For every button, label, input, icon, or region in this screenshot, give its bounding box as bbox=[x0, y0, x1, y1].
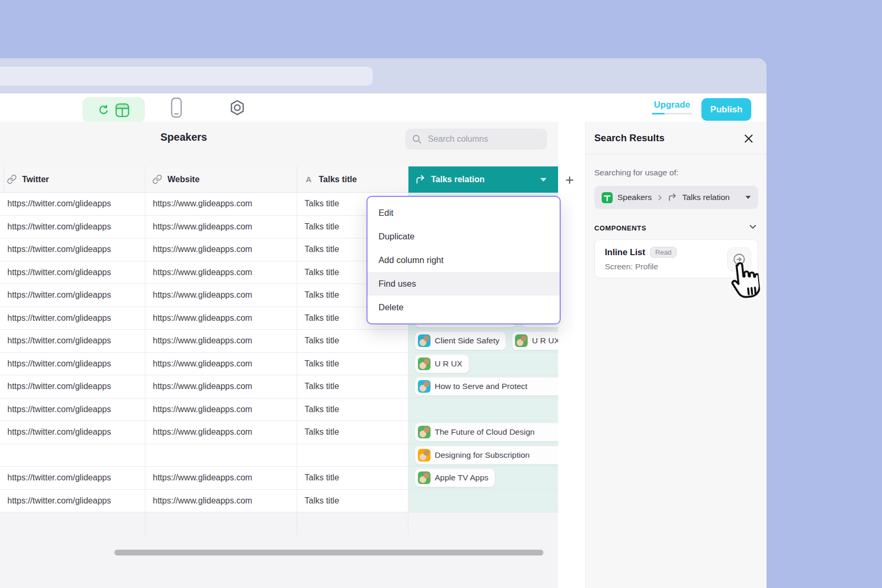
cell-talks_title[interactable] bbox=[297, 444, 408, 467]
close-icon[interactable] bbox=[742, 132, 755, 145]
cell-talks_title[interactable]: Talks title bbox=[297, 398, 408, 422]
table-row: https://twitter.com/glideappshttps://www… bbox=[0, 330, 558, 353]
relation-chip[interactable]: The Future of Cloud Design bbox=[415, 423, 558, 442]
cell-talks_title[interactable]: Talks title bbox=[297, 375, 408, 398]
data-grid-tab[interactable] bbox=[82, 97, 145, 123]
horizontal-scrollbar[interactable] bbox=[114, 550, 543, 555]
cell-talks_title[interactable] bbox=[297, 512, 408, 536]
talk-avatar bbox=[515, 334, 528, 347]
cell-talks-relation[interactable] bbox=[408, 398, 558, 422]
relation-chip[interactable]: Client Side Safety bbox=[415, 331, 506, 350]
cell-talks_title[interactable]: Talks title bbox=[297, 353, 408, 376]
component-name: Inline List bbox=[605, 247, 645, 257]
column-header-talks-relation[interactable]: Talks relation bbox=[408, 166, 558, 193]
relation-chip[interactable]: How to Serve and Protect bbox=[415, 377, 558, 396]
menu-item-edit[interactable]: Edit bbox=[368, 201, 560, 225]
cell-website[interactable] bbox=[145, 444, 297, 467]
cell-twitter[interactable]: https://twitter.com/glideapps bbox=[0, 398, 145, 422]
menu-item-duplicate[interactable]: Duplicate bbox=[368, 225, 560, 248]
cell-twitter[interactable]: https://twitter.com/glideapps bbox=[0, 421, 145, 444]
cell-twitter[interactable] bbox=[0, 444, 145, 467]
publish-button[interactable]: Publish bbox=[701, 98, 751, 121]
phone-icon bbox=[170, 97, 183, 118]
settings-tab[interactable] bbox=[223, 93, 251, 122]
cell-twitter[interactable]: https://twitter.com/glideapps bbox=[0, 238, 145, 261]
cell-twitter[interactable]: https://twitter.com/glideapps bbox=[0, 307, 145, 330]
upgrade-link[interactable]: Upgrade bbox=[652, 100, 692, 110]
relation-chip[interactable]: Apple TV Apps bbox=[415, 468, 495, 487]
cell-talks_title[interactable]: Talks title bbox=[297, 330, 408, 353]
table-row: https://twitter.com/glideappshttps://www… bbox=[0, 467, 558, 490]
cell-website[interactable]: https://www.glideapps.com bbox=[145, 467, 297, 490]
menu-item-add-column-right[interactable]: Add column right bbox=[368, 248, 560, 272]
search-columns-input[interactable] bbox=[427, 134, 541, 144]
chip-label: Designing for Subscription bbox=[435, 446, 530, 465]
add-column-button[interactable]: + bbox=[562, 172, 578, 188]
upgrade-progress-bar bbox=[652, 113, 692, 114]
cell-website[interactable]: https://www.glideapps.com bbox=[145, 284, 297, 307]
cell-website[interactable]: https://www.glideapps.com bbox=[145, 216, 297, 239]
cell-talks_title[interactable]: Talks title bbox=[297, 490, 408, 513]
relation-icon bbox=[668, 193, 677, 202]
app-toolbar: Upgrade Publish bbox=[0, 93, 766, 122]
usage-target-dropdown[interactable]: Speakers Talks relation bbox=[594, 186, 758, 209]
cell-website[interactable]: https://www.glideapps.com bbox=[145, 238, 297, 261]
cell-website[interactable]: https://www.glideapps.com bbox=[145, 261, 297, 285]
editor-content: Speakers Twitter Websi bbox=[0, 122, 766, 588]
table-footer-area bbox=[0, 535, 558, 588]
cell-twitter[interactable]: https://twitter.com/glideapps bbox=[0, 261, 145, 285]
menu-item-find-uses[interactable]: Find uses bbox=[368, 272, 560, 296]
cell-website[interactable]: https://www.glideapps.com bbox=[145, 193, 297, 216]
cell-talks-relation[interactable] bbox=[408, 490, 558, 513]
cell-talks-relation[interactable]: Designing for Subscription bbox=[408, 444, 558, 467]
cell-website[interactable]: https://www.glideapps.com bbox=[145, 490, 297, 513]
cell-talks-relation[interactable]: Apple TV Apps bbox=[408, 467, 558, 490]
collapse-chevron-icon[interactable] bbox=[749, 223, 757, 231]
chip-label: Apple TV Apps bbox=[435, 467, 488, 489]
cell-website[interactable] bbox=[145, 512, 297, 536]
relation-chip[interactable]: U R UX bbox=[415, 354, 469, 373]
cell-talks-relation[interactable]: The Future of Cloud Design bbox=[408, 421, 558, 444]
search-results-panel: Search Results Searching for usage of: S… bbox=[585, 122, 766, 588]
cell-twitter[interactable]: https://twitter.com/glideapps bbox=[0, 375, 145, 398]
cell-website[interactable]: https://www.glideapps.com bbox=[145, 421, 297, 444]
column-header-talks-title[interactable]: A Talks title bbox=[297, 166, 408, 193]
cell-twitter[interactable]: https://twitter.com/glideapps bbox=[0, 490, 145, 513]
go-to-component-button[interactable] bbox=[727, 247, 751, 271]
cell-twitter[interactable]: https://twitter.com/glideapps bbox=[0, 284, 145, 307]
cell-website[interactable]: https://www.glideapps.com bbox=[145, 307, 297, 330]
table-row: https://twitter.com/glideappshttps://www… bbox=[0, 375, 558, 398]
component-result-inline-list[interactable]: Inline List Read Screen: Profile bbox=[594, 239, 758, 278]
relation-chip[interactable]: Designing for Subscription bbox=[415, 446, 558, 465]
searching-for-label: Searching for usage of: bbox=[594, 168, 678, 177]
cell-website[interactable]: https://www.glideapps.com bbox=[145, 353, 297, 376]
column-header-row: Twitter Website A Talks title Talks rela… bbox=[0, 166, 558, 193]
cell-talks-relation[interactable]: How to Serve and Protect bbox=[408, 375, 558, 398]
column-context-menu: EditDuplicateAdd column rightFind usesDe… bbox=[366, 196, 561, 324]
cell-talks_title[interactable]: Talks title bbox=[297, 421, 408, 444]
cell-twitter[interactable]: https://twitter.com/glideapps bbox=[0, 216, 145, 239]
cell-twitter[interactable]: https://twitter.com/glideapps bbox=[0, 193, 145, 216]
cell-twitter[interactable]: https://twitter.com/glideapps bbox=[0, 353, 145, 376]
cell-website[interactable]: https://www.glideapps.com bbox=[145, 398, 297, 422]
relation-chip[interactable]: U R UX bbox=[512, 331, 558, 350]
cell-talks-relation[interactable]: U R UX bbox=[408, 353, 558, 376]
table-row: https://twitter.com/glideappshttps://www… bbox=[0, 398, 558, 422]
chip-label: U R UX bbox=[532, 331, 558, 350]
cell-website[interactable]: https://www.glideapps.com bbox=[145, 375, 297, 398]
cell-twitter[interactable]: https://twitter.com/glideapps bbox=[0, 467, 145, 490]
cell-website[interactable]: https://www.glideapps.com bbox=[145, 330, 297, 353]
cell-talks-relation[interactable]: Client Side SafetyU R UX bbox=[408, 330, 558, 353]
cell-talks-relation[interactable] bbox=[408, 512, 558, 536]
column-header-twitter[interactable]: Twitter bbox=[0, 166, 145, 193]
cell-twitter[interactable] bbox=[0, 512, 145, 536]
chip-label: How to Serve and Protect bbox=[435, 377, 528, 396]
column-header-website[interactable]: Website bbox=[145, 166, 297, 193]
cell-twitter[interactable]: https://twitter.com/glideapps bbox=[0, 330, 145, 353]
cell-talks_title[interactable]: Talks title bbox=[297, 467, 408, 490]
menu-item-delete[interactable]: Delete bbox=[368, 296, 560, 319]
search-columns-box[interactable] bbox=[405, 129, 547, 150]
phone-preview-tab[interactable] bbox=[162, 93, 191, 122]
text-column-icon: A bbox=[304, 175, 313, 184]
breadcrumb-column: Talks relation bbox=[682, 193, 729, 202]
